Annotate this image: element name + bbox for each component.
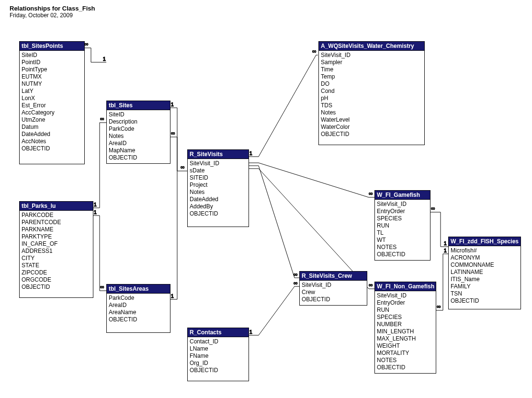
field: Cond — [321, 88, 422, 95]
table-r-sitevisits-crew[interactable]: R_SiteVisits_Crew SiteVisit_IDCrewOBJECT… — [299, 271, 367, 306]
table-fields: SiteIDPointIDPointTypeEUTMXNUTMYLatYLonX… — [20, 51, 84, 153]
field: OBJECTID — [190, 210, 247, 217]
field: Contact_ID — [190, 338, 247, 345]
field: OBJECTID — [451, 297, 519, 305]
table-gamefish[interactable]: W_FI_Gamefish SiteVisit_IDEntryOrderSPEC… — [374, 190, 430, 261]
field: EntryOrder — [377, 208, 428, 215]
field: Sampler — [321, 59, 422, 66]
svg-text:1: 1 — [171, 294, 174, 299]
field: Datum — [22, 124, 82, 131]
field: PointID — [22, 59, 82, 66]
field: NOTES — [377, 244, 428, 251]
field: Project — [190, 182, 247, 189]
svg-text:1: 1 — [171, 102, 174, 107]
table-fields: SiteIDDescriptionParkCodeNotesAreaIDMapN… — [107, 110, 170, 162]
field: IN_CARE_OF — [22, 240, 91, 248]
field: AccCategory — [22, 109, 82, 116]
field: ORGCODE — [22, 276, 91, 284]
field: ACRONYM — [451, 254, 519, 262]
field: Description — [109, 118, 168, 125]
field: Microfish# — [451, 247, 519, 254]
field: Time — [321, 66, 422, 73]
field: AddedBy — [190, 203, 247, 210]
field: AreaID — [109, 140, 168, 147]
svg-text:∞: ∞ — [294, 280, 297, 286]
table-fields: Contact_IDLNameFNameOrg_IDOBJECTID — [188, 337, 249, 375]
field: FAMILY — [451, 283, 519, 290]
table-header: A_WQSiteVisits_Water_Chemistry — [319, 42, 424, 51]
field: NOTES — [377, 357, 434, 364]
svg-text:∞: ∞ — [84, 41, 88, 47]
table-tbl-sites[interactable]: tbl_Sites SiteIDDescriptionParkCodeNotes… — [106, 101, 170, 164]
field: EUTMX — [22, 73, 82, 80]
field: ITIS_Name — [451, 276, 519, 283]
table-header: tbl_Sites — [107, 101, 170, 110]
svg-text:∞: ∞ — [294, 271, 297, 278]
field: SiteVisit_ID — [377, 201, 428, 208]
field: SPECIES — [377, 215, 428, 222]
field: Temp — [321, 73, 422, 80]
field: Crew — [302, 289, 365, 296]
field: MIN_LENGTH — [377, 328, 434, 335]
table-fish-species[interactable]: W_FI_zdd_FISH_Species Microfish#ACRONYMC… — [448, 237, 521, 309]
field: SiteVisit_ID — [377, 292, 434, 299]
field: SPECIES — [377, 314, 434, 321]
field: LatY — [22, 88, 82, 95]
svg-text:1: 1 — [94, 202, 97, 207]
table-fields: ParkCodeAreaIDAreaNameOBJECTID — [107, 294, 170, 324]
table-header: W_FI_Gamefish — [375, 191, 430, 200]
table-fields: Microfish#ACRONYMCOMMONNAMELATINNAMEITIS… — [449, 246, 521, 306]
svg-text:1: 1 — [444, 248, 447, 253]
field: Notes — [109, 133, 168, 140]
field: OBJECTID — [190, 367, 247, 374]
field: SiteVisit_ID — [321, 52, 422, 59]
table-tbl-sitespoints[interactable]: tbl_SitesPoints SiteIDPointIDPointTypeEU… — [19, 41, 85, 164]
svg-text:∞: ∞ — [437, 303, 441, 310]
table-tbl-parks-lu[interactable]: tbl_Parks_lu PARKCODEPARENTCODEPARKNAMEP… — [19, 201, 93, 298]
table-header: R_SiteVisits — [188, 150, 249, 159]
field: EntryOrder — [377, 299, 434, 307]
table-r-contacts[interactable]: R_Contacts Contact_IDLNameFNameOrg_IDOBJ… — [187, 328, 249, 381]
field: OBJECTID — [302, 296, 365, 303]
field: WEIGHT — [377, 342, 434, 350]
field: ParkCode — [109, 125, 168, 133]
field: COMMONNAME — [451, 262, 519, 269]
page-header: Relationships for Class_Fish Friday, Oct… — [10, 5, 95, 19]
svg-text:1: 1 — [249, 330, 252, 335]
field: Notes — [190, 189, 247, 196]
field: WT — [377, 237, 428, 244]
field: TSN — [451, 290, 519, 297]
table-non-gamefish[interactable]: W_FI_Non_Gamefish SiteVisit_IDEntryOrder… — [374, 282, 436, 374]
field: sDate — [190, 167, 247, 174]
field: DO — [321, 80, 422, 88]
field: RUN — [377, 307, 434, 314]
svg-text:1: 1 — [103, 57, 106, 62]
field: ParkCode — [109, 295, 168, 302]
field: PARKTYPE — [22, 233, 91, 240]
field: FName — [190, 353, 247, 360]
table-fields: SiteVisit_IDEntryOrderSPECIESRUNTLWTNOTE… — [375, 200, 430, 259]
field: SiteVisit_ID — [190, 160, 247, 167]
table-r-sitevisits[interactable]: R_SiteVisits SiteVisit_IDsDateSITEIDProj… — [187, 149, 249, 227]
table-header: R_SiteVisits_Crew — [300, 272, 367, 281]
field: SiteID — [109, 111, 168, 118]
field: OBJECTID — [22, 145, 82, 152]
svg-text:∞: ∞ — [312, 48, 316, 55]
field: LATINNAME — [451, 269, 519, 276]
page-title: Relationships for Class_Fish — [10, 5, 95, 12]
svg-text:1: 1 — [444, 241, 447, 246]
table-fields: SiteVisit_IDsDateSITEIDProjectNotesDateA… — [188, 159, 249, 218]
field: PARKNAME — [22, 226, 91, 233]
field: RUN — [377, 222, 428, 229]
svg-text:∞: ∞ — [100, 284, 104, 290]
field: pH — [321, 95, 422, 102]
field: Est_Error — [22, 102, 82, 109]
field: WaterColor — [321, 124, 422, 131]
table-header: W_FI_zdd_FISH_Species — [449, 237, 521, 246]
table-water-chemistry[interactable]: A_WQSiteVisits_Water_Chemistry SiteVisit… — [318, 41, 425, 145]
table-tbl-sitesareas[interactable]: tbl_SitesAreas ParkCodeAreaIDAreaNameOBJ… — [106, 284, 170, 333]
field: Org_ID — [190, 360, 247, 367]
field: MapName — [109, 147, 168, 154]
svg-text:∞: ∞ — [181, 164, 184, 171]
svg-text:∞: ∞ — [100, 115, 104, 122]
